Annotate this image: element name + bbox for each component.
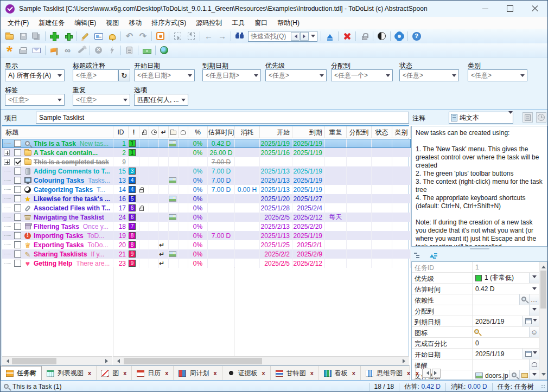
outdent-task-button[interactable] <box>184 30 198 42</box>
task-checkbox[interactable] <box>14 232 21 239</box>
task-row[interactable]: Exporting TasksToDo...2080%2025/1/252025… <box>2 240 411 249</box>
task-checkbox[interactable] <box>14 158 21 165</box>
filter-r1-6-select[interactable]: <任意> <box>399 69 459 81</box>
attribute-value[interactable] <box>473 359 539 370</box>
tab-close-icon[interactable]: x <box>416 370 419 376</box>
flag-task-button[interactable] <box>47 44 61 56</box>
reminder-button[interactable] <box>529 359 539 370</box>
attribute-value[interactable]: 2025/1/19 <box>473 316 539 326</box>
menu-item-2[interactable]: 编辑(E) <box>69 17 101 29</box>
panel-splitter[interactable] <box>410 247 548 250</box>
column-header-file[interactable] <box>169 126 179 138</box>
quick-find-input[interactable] <box>248 33 291 40</box>
task-checkbox[interactable] <box>14 186 21 193</box>
column-header-bell[interactable] <box>179 126 188 138</box>
task-checkbox[interactable] <box>14 260 21 267</box>
tab-close-icon[interactable]: x <box>310 370 314 376</box>
menu-item-9[interactable]: 帮助(H) <box>272 17 304 29</box>
tab-scroll-left-button[interactable] <box>422 369 431 378</box>
task-checkbox[interactable] <box>14 250 21 258</box>
column-header-title[interactable]: 标题 <box>2 126 113 138</box>
filter-r1-1-select[interactable]: <任意> <box>73 69 118 81</box>
attribute-value[interactable] <box>473 327 539 337</box>
indent-task-button[interactable] <box>171 30 184 42</box>
column-header-spent[interactable]: 消耗 <box>235 126 260 138</box>
attribute-value[interactable]: 1 (非常低) <box>473 273 539 283</box>
task-row[interactable]: Associated Files with T...1760%2025/1/28… <box>2 203 411 213</box>
link-task-button[interactable] <box>61 44 74 56</box>
tab-证据板[interactable]: 证据板x <box>222 366 271 380</box>
task-row[interactable]: Navigating the Tasklist2460%2025/2/52025… <box>2 213 411 222</box>
delete-task-button[interactable] <box>340 30 354 42</box>
column-header-pct[interactable]: % <box>188 126 208 138</box>
task-row[interactable]: Colouring TasksTasks...1340%7.00 D2025/1… <box>2 176 411 185</box>
comments-calc-button[interactable] <box>522 112 533 123</box>
filter-r1-3-select[interactable]: <任意日期> <box>202 69 261 81</box>
column-header-recuri[interactable] <box>159 126 169 138</box>
quick-find-combo[interactable] <box>248 31 317 42</box>
edit-attributes-button[interactable] <box>92 30 105 42</box>
attribute-value[interactable]: 2025/1/19 <box>473 349 539 359</box>
filter-r1-0-select[interactable]: A) 所有任务(A) <box>5 69 65 81</box>
print-button[interactable] <box>16 44 30 56</box>
save-button[interactable] <box>16 30 30 42</box>
scrollbar-thumb[interactable] <box>540 271 546 309</box>
undo-button[interactable] <box>123 30 136 42</box>
password-lock-button[interactable] <box>358 30 371 42</box>
attribute-value[interactable]: 0.42 D <box>473 284 539 294</box>
expand-icon[interactable] <box>4 150 10 156</box>
filter-r2-1-select[interactable]: <任意> <box>73 94 130 106</box>
comments-text[interactable]: New tasks can be created using: 1. The '… <box>411 126 547 247</box>
chevron-down-icon[interactable] <box>309 33 317 40</box>
task-row[interactable]: A Task can contain...210%26.00 D2025/1/1… <box>2 148 411 157</box>
new-task-button[interactable] <box>47 30 61 42</box>
icon-picker-button[interactable] <box>529 327 539 337</box>
tab-close-icon[interactable]: x <box>88 370 91 376</box>
maximize-view-button[interactable] <box>154 30 167 42</box>
menu-item-5[interactable]: 排序方式(S) <box>146 17 191 29</box>
tab-close-icon[interactable]: x <box>165 370 168 376</box>
tab-close-icon[interactable]: x <box>123 370 126 376</box>
task-row[interactable]: This is a TaskNew tas...110%0.42 D2025/1… <box>2 139 411 148</box>
attribute-value[interactable]: ... <box>473 294 539 305</box>
task-checkbox[interactable] <box>14 168 21 175</box>
filter-r1-2-select[interactable]: <任意日期> <box>134 69 195 81</box>
tab-close-icon[interactable]: x <box>352 370 355 376</box>
attribute-value[interactable]: 0 <box>473 338 539 348</box>
task-row[interactable]: Filtering TasksOnce y...1870%2025/2/1320… <box>2 222 411 231</box>
tab-看板[interactable]: 看板x <box>319 366 361 380</box>
cleanup-button[interactable] <box>74 44 88 56</box>
attribute-value[interactable] <box>473 305 539 316</box>
find-next-button[interactable] <box>300 32 309 41</box>
task-checkbox[interactable] <box>14 214 21 221</box>
filelink-browse-button[interactable] <box>519 370 529 380</box>
task-checkbox[interactable] <box>14 223 21 230</box>
tab-周计划[interactable]: 周计划x <box>174 366 222 380</box>
column-header-status[interactable]: 状态 <box>372 126 392 138</box>
task-checkbox[interactable] <box>14 241 21 248</box>
column-header-cat[interactable]: 类别 <box>392 126 411 138</box>
email-button[interactable] <box>30 44 43 56</box>
column-header-clock[interactable] <box>149 126 159 138</box>
find-previous-button[interactable] <box>291 32 300 41</box>
menu-item-4[interactable]: 移动 <box>124 17 146 29</box>
menu-item-8[interactable]: 窗口 <box>250 17 272 29</box>
filelink-dropdown-button[interactable] <box>529 370 539 380</box>
attribute-value[interactable]: doors.jp <box>473 370 539 380</box>
maximize-button[interactable] <box>498 1 522 17</box>
sort-button[interactable] <box>323 30 336 42</box>
menu-item-3[interactable]: 视图 <box>101 17 124 29</box>
task-checkbox[interactable] <box>14 140 21 147</box>
task-checkbox[interactable] <box>14 195 21 202</box>
tab-列表视图[interactable]: 列表视图x <box>42 366 97 380</box>
donate-button[interactable] <box>140 44 154 56</box>
tab-close-icon[interactable]: x <box>262 370 265 376</box>
task-checkbox[interactable] <box>14 177 21 184</box>
scroll-up-icon[interactable] <box>539 262 547 270</box>
task-row[interactable]: Categorizing TasksT...1440%7.00 D0.00 H2… <box>2 185 411 194</box>
toggle-style-button[interactable] <box>375 30 388 42</box>
filter-r1-5-select[interactable]: <任意一个> <box>331 69 393 81</box>
scroll-down-icon[interactable] <box>539 371 547 380</box>
task-row[interactable]: Adding Comments to T...1530%7.00 D2025/1… <box>2 166 411 176</box>
attributes-vscrollbar[interactable] <box>539 262 547 380</box>
